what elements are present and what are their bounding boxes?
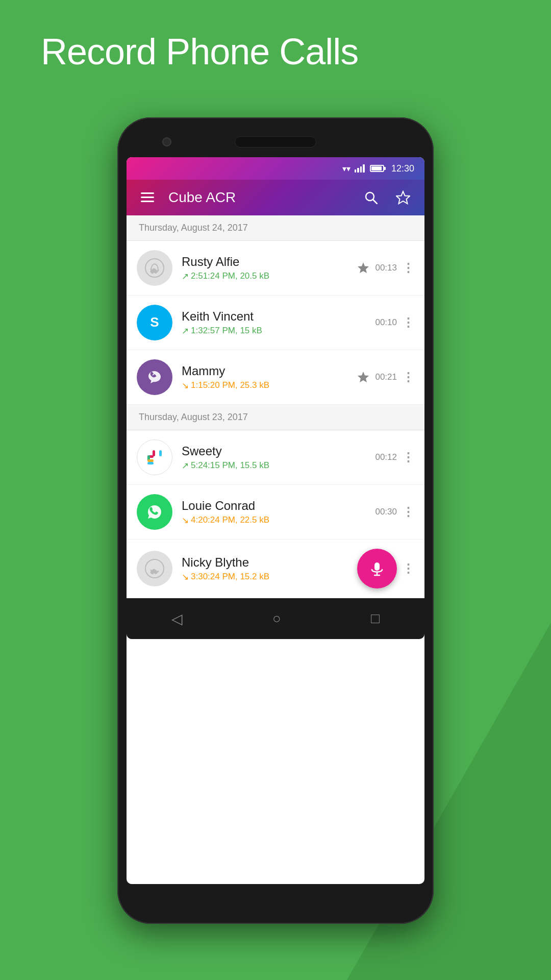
call-meta-louie-conrad: ↘ 4:20:24 PM, 22.5 kB bbox=[182, 515, 375, 526]
call-actions-nicky-blythe: ⋮ bbox=[357, 549, 414, 589]
home-button[interactable]: ○ bbox=[257, 605, 296, 632]
call-actions-sweety: 00:12 ⋮ bbox=[375, 450, 414, 464]
front-camera bbox=[162, 137, 171, 146]
call-meta-keith-vincent: ↗ 1:32:57 PM, 15 kB bbox=[182, 326, 375, 336]
call-meta-sweety: ↗ 5:24:15 PM, 15.5 kB bbox=[182, 460, 375, 471]
phone-speaker bbox=[235, 136, 316, 148]
app-bar: Cube ACR bbox=[127, 180, 424, 215]
call-item-mammy[interactable]: Mammy ↘ 1:15:20 PM, 25.3 kB 00:21 bbox=[127, 350, 424, 405]
svg-rect-13 bbox=[153, 450, 155, 456]
app-title: Cube ACR bbox=[168, 189, 350, 206]
call-info-louie-conrad: Louie Conrad ↘ 4:20:24 PM, 22.5 kB bbox=[182, 499, 375, 526]
record-fab[interactable] bbox=[357, 549, 397, 589]
caller-name-louie-conrad: Louie Conrad bbox=[182, 499, 375, 513]
svg-point-12 bbox=[143, 446, 166, 469]
svg-point-6 bbox=[145, 259, 164, 277]
call-meta-nicky-blythe: ↘ 3:30:24 PM, 15.2 kB bbox=[182, 572, 357, 582]
svg-marker-5 bbox=[396, 191, 410, 204]
svg-marker-11 bbox=[358, 372, 369, 382]
svg-marker-7 bbox=[358, 262, 369, 273]
call-item-nicky-blythe[interactable]: Nicky Blythe ↘ 3:30:24 PM, 15.2 kB bbox=[127, 540, 424, 598]
caller-name-sweety: Sweety bbox=[182, 444, 375, 458]
avatar-louie-conrad bbox=[137, 494, 172, 530]
more-button-mammy[interactable]: ⋮ bbox=[402, 370, 414, 384]
svg-rect-1 bbox=[141, 197, 154, 198]
call-info-sweety: Sweety ↗ 5:24:15 PM, 15.5 kB bbox=[182, 444, 375, 471]
search-icon[interactable] bbox=[360, 187, 382, 208]
call-info-rusty-alfie: Rusty Alfie ↗ 2:51:24 PM, 20.5 kB bbox=[182, 255, 357, 282]
more-button-rusty-alfie[interactable]: ⋮ bbox=[402, 261, 414, 275]
section-header-2: Thursday, August 23, 2017 bbox=[127, 405, 424, 430]
more-button-keith-vincent[interactable]: ⋮ bbox=[402, 315, 414, 330]
avatar-rusty-alfie bbox=[137, 250, 172, 286]
caller-name-keith-vincent: Keith Vincent bbox=[182, 309, 375, 324]
avatar-sweety bbox=[137, 439, 172, 475]
more-button-louie-conrad[interactable]: ⋮ bbox=[402, 505, 414, 519]
call-actions-mammy: 00:21 ⋮ bbox=[357, 370, 414, 384]
call-actions-rusty-alfie: 00:13 ⋮ bbox=[357, 261, 414, 275]
direction-icon-sweety: ↗ bbox=[182, 460, 189, 471]
avatar-nicky-blythe bbox=[137, 551, 172, 586]
call-info-nicky-blythe: Nicky Blythe ↘ 3:30:24 PM, 15.2 kB bbox=[182, 555, 357, 582]
direction-icon-louie: ↘ bbox=[182, 515, 189, 526]
phone-top-bar bbox=[127, 127, 424, 157]
calls-list: Thursday, August 24, 2017 Rusty Alfie bbox=[127, 215, 424, 598]
bottom-nav: ◁ ○ □ bbox=[127, 598, 424, 639]
call-info-mammy: Mammy ↘ 1:15:20 PM, 25.3 kB bbox=[182, 364, 357, 391]
call-duration-mammy: 00:21 bbox=[375, 372, 397, 382]
svg-rect-18 bbox=[147, 459, 154, 462]
svg-text:S: S bbox=[150, 314, 159, 330]
call-actions-keith-vincent: 00:10 ⋮ bbox=[375, 315, 414, 330]
direction-icon-nicky: ↘ bbox=[182, 572, 189, 582]
svg-rect-15 bbox=[159, 450, 162, 456]
more-button-nicky-blythe[interactable]: ⋮ bbox=[402, 561, 414, 576]
recents-button[interactable]: □ bbox=[356, 605, 395, 632]
call-item-louie-conrad[interactable]: Louie Conrad ↘ 4:20:24 PM, 22.5 kB 00:30… bbox=[127, 485, 424, 540]
status-bar: ▾▾ 12:30 bbox=[127, 157, 424, 180]
star-button-rusty-alfie[interactable] bbox=[357, 261, 370, 275]
menu-icon[interactable] bbox=[137, 188, 158, 207]
caller-name-rusty-alfie: Rusty Alfie bbox=[182, 255, 357, 269]
call-meta-rusty-alfie: ↗ 2:51:24 PM, 20.5 kB bbox=[182, 271, 357, 282]
caller-name-nicky-blythe: Nicky Blythe bbox=[182, 555, 357, 570]
avatar-mammy bbox=[137, 359, 172, 395]
section-header-1: Thursday, August 24, 2017 bbox=[127, 215, 424, 241]
battery-icon bbox=[370, 165, 384, 172]
direction-icon-rusty: ↗ bbox=[182, 271, 189, 282]
call-meta-mammy: ↘ 1:15:20 PM, 25.3 kB bbox=[182, 380, 357, 391]
direction-icon-keith: ↗ bbox=[182, 326, 189, 336]
status-icons: ▾▾ 12:30 bbox=[342, 163, 414, 174]
signal-icon bbox=[355, 164, 365, 173]
svg-rect-2 bbox=[141, 201, 154, 202]
call-duration-keith-vincent: 00:10 bbox=[375, 317, 397, 328]
star-button-mammy[interactable] bbox=[357, 371, 370, 384]
call-item-rusty-alfie[interactable]: Rusty Alfie ↗ 2:51:24 PM, 20.5 kB bbox=[127, 241, 424, 296]
svg-point-20 bbox=[145, 559, 164, 578]
svg-rect-22 bbox=[374, 562, 380, 571]
direction-icon-mammy: ↘ bbox=[182, 380, 189, 391]
phone-mockup: ▾▾ 12:30 bbox=[117, 117, 434, 924]
page-headline: Record Phone Calls bbox=[41, 31, 358, 72]
call-item-keith-vincent[interactable]: S Keith Vincent ↗ 1:32:57 PM, 15 kB 00:1… bbox=[127, 296, 424, 350]
call-info-keith-vincent: Keith Vincent ↗ 1:32:57 PM, 15 kB bbox=[182, 309, 375, 336]
call-item-sweety[interactable]: Sweety ↗ 5:24:15 PM, 15.5 kB 00:12 ⋮ bbox=[127, 430, 424, 485]
status-time: 12:30 bbox=[391, 163, 414, 174]
more-button-sweety[interactable]: ⋮ bbox=[402, 450, 414, 464]
call-duration-louie-conrad: 00:30 bbox=[375, 507, 397, 517]
avatar-keith-vincent: S bbox=[137, 305, 172, 340]
call-duration-rusty-alfie: 00:13 bbox=[375, 263, 397, 273]
call-actions-louie-conrad: 00:30 ⋮ bbox=[375, 505, 414, 519]
svg-rect-16 bbox=[147, 462, 154, 464]
caller-name-mammy: Mammy bbox=[182, 364, 357, 378]
phone-screen: ▾▾ 12:30 bbox=[127, 157, 424, 884]
back-button[interactable]: ◁ bbox=[156, 605, 198, 632]
wifi-icon: ▾▾ bbox=[342, 164, 350, 174]
phone-bottom-bar bbox=[127, 884, 424, 915]
favorites-icon[interactable] bbox=[392, 186, 414, 209]
call-duration-sweety: 00:12 bbox=[375, 452, 397, 462]
svg-rect-0 bbox=[141, 192, 154, 194]
svg-line-4 bbox=[373, 200, 377, 204]
phone-bezel: ▾▾ 12:30 bbox=[117, 117, 434, 924]
